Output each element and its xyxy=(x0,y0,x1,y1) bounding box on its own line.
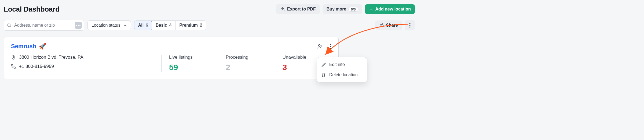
location-card: Semrush 🚀 3800 Horizon Blvd, Trevose, PA xyxy=(4,37,339,79)
pencil-icon xyxy=(321,62,326,67)
svg-point-11 xyxy=(330,46,331,47)
more-square-icon[interactable] xyxy=(75,22,82,29)
phone-line: +1 800-815-9959 xyxy=(11,64,161,69)
svg-point-0 xyxy=(8,24,10,27)
svg-point-5 xyxy=(382,24,383,24)
address-line: 3800 Horizon Blvd, Trevose, PA xyxy=(11,55,161,60)
export-pdf-label: Export to PDF xyxy=(287,7,316,12)
location-status-dropdown[interactable]: Location status xyxy=(87,20,131,30)
segment-count: 6 xyxy=(146,23,148,28)
address-text: 3800 Horizon Blvd, Trevose, PA xyxy=(19,55,83,60)
card-action-icons xyxy=(317,43,331,49)
share-label: Share xyxy=(386,23,398,28)
segment-label: Premium xyxy=(180,23,198,28)
svg-point-1 xyxy=(76,25,77,26)
svg-point-7 xyxy=(409,25,410,26)
stat-label: Live listings xyxy=(169,55,210,60)
chevron-down-icon xyxy=(123,23,127,27)
segment-all[interactable]: All 6 xyxy=(134,20,152,30)
menu-delete-label: Delete location xyxy=(329,72,358,77)
info-column: 3800 Horizon Blvd, Trevose, PA +1 800-81… xyxy=(11,55,161,72)
svg-point-9 xyxy=(319,44,320,46)
card-body: 3800 Horizon Blvd, Trevose, PA +1 800-81… xyxy=(11,55,331,72)
menu-edit-label: Edit info xyxy=(329,62,345,67)
svg-point-8 xyxy=(409,27,410,28)
card-kebab-icon[interactable] xyxy=(330,44,331,49)
svg-point-4 xyxy=(380,24,382,25)
stat-value: 2 xyxy=(226,63,267,72)
buy-more-label: Buy more xyxy=(327,7,346,12)
add-location-button[interactable]: Add new location xyxy=(365,4,415,14)
segment-label: Basic xyxy=(156,23,167,28)
card-header: Semrush 🚀 xyxy=(11,43,331,50)
menu-edit-info[interactable]: Edit info xyxy=(317,60,367,70)
status-segmented-control: All 6 Basic 4 Premium 2 xyxy=(134,20,206,30)
filters-row: Location status All 6 Basic 4 Premium 2 xyxy=(4,20,415,31)
rocket-emoji: 🚀 xyxy=(39,43,46,50)
svg-point-2 xyxy=(78,25,79,26)
menu-delete-location[interactable]: Delete location xyxy=(317,70,367,80)
more-actions-button[interactable] xyxy=(405,20,415,30)
segment-count: 4 xyxy=(169,23,172,28)
share-button[interactable]: Share xyxy=(375,20,402,30)
plus-icon xyxy=(369,7,373,11)
svg-point-6 xyxy=(409,23,410,24)
location-status-label: Location status xyxy=(92,23,120,28)
segment-count: 2 xyxy=(200,23,202,28)
segment-basic[interactable]: Basic 4 xyxy=(152,21,176,30)
page-title: Local Dashboard xyxy=(4,5,60,13)
add-location-label: Add new location xyxy=(375,7,411,12)
svg-point-12 xyxy=(330,48,331,49)
search-icon xyxy=(7,23,12,28)
svg-point-13 xyxy=(13,57,14,58)
stat-processing: Processing 2 xyxy=(218,55,275,72)
buy-more-button[interactable]: Buy more 6/6 xyxy=(323,4,362,14)
filters-right: Share xyxy=(375,20,415,30)
svg-point-10 xyxy=(330,44,331,45)
search-input[interactable] xyxy=(14,23,73,28)
location-name-text: Semrush xyxy=(11,43,36,50)
add-user-icon[interactable] xyxy=(317,43,323,49)
stat-live-listings: Live listings 59 xyxy=(161,55,218,72)
top-actions: Export to PDF Buy more 6/6 Add new locat… xyxy=(276,4,415,14)
phone-icon xyxy=(11,64,16,69)
people-share-icon xyxy=(379,23,384,28)
buy-more-count: 6/6 xyxy=(348,7,358,12)
trash-icon xyxy=(321,72,326,77)
segment-premium[interactable]: Premium 2 xyxy=(176,21,206,30)
export-icon xyxy=(280,7,285,12)
segment-label: All xyxy=(138,23,144,28)
stat-value: 59 xyxy=(169,63,210,72)
stat-label: Processing xyxy=(226,55,267,60)
top-bar: Local Dashboard Export to PDF Buy more 6… xyxy=(4,4,415,14)
kebab-icon xyxy=(409,23,411,28)
svg-point-3 xyxy=(79,25,80,26)
export-pdf-button[interactable]: Export to PDF xyxy=(276,4,320,14)
location-name[interactable]: Semrush 🚀 xyxy=(11,43,46,50)
search-input-wrap[interactable] xyxy=(4,20,84,31)
phone-text: +1 800-815-9959 xyxy=(19,64,54,69)
card-context-menu: Edit info Delete location xyxy=(317,57,367,82)
pin-icon xyxy=(11,55,16,60)
